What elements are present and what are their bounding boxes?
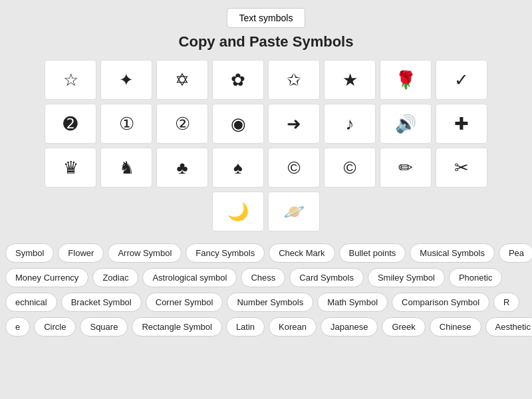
symbol-circle-2[interactable]: ② [156,104,208,144]
symbol-speaker[interactable]: 🔊 [380,104,432,144]
symbol-shooting-star[interactable]: ✩ [268,60,320,100]
category-money-currency[interactable]: Money Currency [5,268,88,287]
category-astrological-symbol[interactable]: Astrological symbol [142,268,237,287]
symbol-star-of-david[interactable]: ✡ [156,60,208,100]
categories-section: Symbol Flower Arrow Symbol Fancy Symbols… [0,237,532,339]
category-comparison-symbol[interactable]: Comparison Symbol [392,293,489,312]
symbol-circle-1[interactable]: ① [100,104,152,144]
text-symbols-button[interactable]: Text symbols [227,8,306,28]
page-title: Copy and Paste Symbols [0,33,532,51]
symbol-row-4: 🌙 🪐 [212,192,320,231]
symbol-double-arrow[interactable]: ➜ [268,104,320,144]
category-phonetic[interactable]: Phonetic [449,268,503,287]
category-square[interactable]: Square [80,317,128,336]
category-bullet-points[interactable]: Bullet points [339,243,406,263]
category-chinese[interactable]: Chinese [430,317,481,336]
category-smiley-symbol[interactable]: Smiley Symbol [368,268,445,287]
symbol-rose[interactable]: 🌹 [380,60,432,100]
category-musical-symbols[interactable]: Musical Symbols [410,243,495,263]
category-row-1: Symbol Flower Arrow Symbol Fancy Symbols… [0,241,532,265]
category-greek[interactable]: Greek [382,317,425,336]
category-circle[interactable]: Circle [34,317,76,336]
symbol-star-4point[interactable]: ✦ [100,60,152,100]
symbol-flower[interactable]: ✿ [212,60,264,100]
symbol-clubs[interactable]: ♣ [156,148,208,188]
category-technical[interactable]: echnical [5,293,57,312]
symbol-row-3: ♛ ♞ ♣ ♠ © © ✏ ✂ [45,148,487,188]
category-row-2: Money Currency Zodiac Astrological symbo… [0,265,532,290]
category-math-symbol[interactable]: Math Symbol [317,293,388,312]
symbol-saturn[interactable]: 🪐 [268,192,320,231]
category-row-4: e Circle Square Rectangle Symbol Latin K… [0,315,532,339]
symbol-checkmark[interactable]: ✓ [436,60,487,100]
symbol-moon[interactable]: 🌙 [212,192,264,231]
category-corner-symbol[interactable]: Corner Symbol [146,293,223,312]
symbols-grid: ☆ ✦ ✡ ✿ ✩ ★ 🌹 ✓ ➋ ① ② ◉ ➜ ♪ 🔊 ✚ ♛ ♞ ♣ ♠ … [0,60,532,231]
symbol-copyright-circle[interactable]: © [268,148,320,188]
category-korean[interactable]: Korean [269,317,317,336]
category-chess[interactable]: Chess [241,268,285,287]
category-zodiac[interactable]: Zodiac [92,268,138,287]
symbol-scissors[interactable]: ✂ [436,148,487,188]
category-card-symbols[interactable]: Card Symbols [289,268,364,287]
symbol-crown[interactable]: ♛ [45,148,96,188]
category-row-3: echnical Bracket Symbol Corner Symbol Nu… [0,290,532,315]
symbol-circle-2-filled[interactable]: ➋ [45,104,96,144]
category-japanese[interactable]: Japanese [321,317,378,336]
symbol-knight[interactable]: ♞ [100,148,152,188]
symbol-copyright-c[interactable]: © [324,148,376,188]
category-pea[interactable]: Pea [499,243,532,263]
category-aesthetic[interactable]: Aesthetic [485,317,532,336]
symbol-row-1: ☆ ✦ ✡ ✿ ✩ ★ 🌹 ✓ [45,60,487,100]
category-bracket-symbol[interactable]: Bracket Symbol [61,293,142,312]
category-flower[interactable]: Flower [58,243,104,263]
symbol-spades[interactable]: ♠ [212,148,264,188]
symbol-bullseye[interactable]: ◉ [212,104,264,144]
symbol-pencil[interactable]: ✏ [380,148,432,188]
category-e[interactable]: e [5,317,30,336]
category-check-mark[interactable]: Check Mark [269,243,334,263]
symbol-row-2: ➋ ① ② ◉ ➜ ♪ 🔊 ✚ [45,104,487,144]
category-symbol[interactable]: Symbol [5,243,54,263]
symbol-star-outline[interactable]: ☆ [45,60,96,100]
symbol-star-filled[interactable]: ★ [324,60,376,100]
symbol-cross[interactable]: ✚ [436,104,487,144]
category-latin[interactable]: Latin [226,317,265,336]
category-arrow-symbol[interactable]: Arrow Symbol [108,243,182,263]
category-r[interactable]: R [493,293,519,312]
category-number-symbols[interactable]: Number Symbols [227,293,313,312]
symbol-music-note[interactable]: ♪ [324,104,376,144]
category-fancy-symbols[interactable]: Fancy Symbols [186,243,265,263]
category-rectangle-symbol[interactable]: Rectangle Symbol [132,317,222,336]
